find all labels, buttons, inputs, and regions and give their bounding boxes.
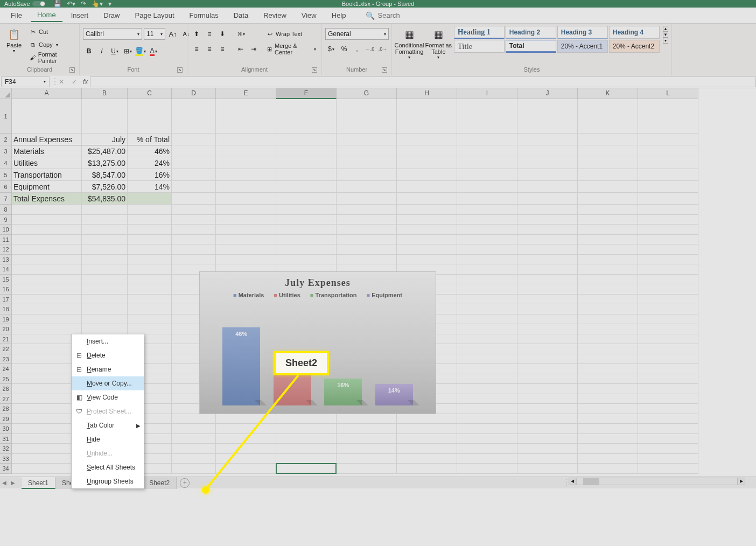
- row-header-8[interactable]: 8: [0, 205, 12, 215]
- cell-empty[interactable]: [128, 275, 172, 285]
- cell-empty[interactable]: [638, 225, 698, 235]
- paste-button[interactable]: 📋 Paste ▾: [3, 26, 25, 54]
- cell-empty[interactable]: [397, 244, 457, 255]
- row-header-30[interactable]: 30: [0, 424, 12, 434]
- cell-empty[interactable]: [517, 255, 578, 265]
- cell-empty[interactable]: [82, 99, 128, 134]
- cell-empty[interactable]: [517, 215, 578, 225]
- cell-c7[interactable]: [128, 193, 172, 205]
- cell-a7[interactable]: Total Expenses: [12, 193, 82, 205]
- cell-empty[interactable]: [276, 444, 337, 454]
- style-heading2[interactable]: Heading 2: [506, 26, 556, 39]
- cell-empty[interactable]: [457, 424, 517, 434]
- cell-empty[interactable]: [82, 255, 128, 265]
- row-header-16[interactable]: 16: [0, 284, 12, 295]
- cell-empty[interactable]: [397, 454, 457, 464]
- row-header-10[interactable]: 10: [0, 225, 12, 235]
- cell-empty[interactable]: [216, 225, 276, 235]
- cell-empty[interactable]: [12, 255, 82, 265]
- cell-empty[interactable]: [276, 215, 337, 225]
- row-header-13[interactable]: 13: [0, 255, 12, 265]
- cell-empty[interactable]: [82, 324, 128, 334]
- cell-empty[interactable]: [517, 434, 578, 444]
- cell-empty[interactable]: [457, 354, 517, 365]
- cell-empty[interactable]: [82, 295, 128, 305]
- cell-empty[interactable]: [276, 169, 337, 181]
- cell-empty[interactable]: [638, 275, 698, 285]
- cell-empty[interactable]: [128, 244, 172, 255]
- styles-scroll-more[interactable]: ▾: [663, 38, 668, 44]
- tab-file[interactable]: File: [4, 9, 29, 22]
- cell-empty[interactable]: [517, 205, 578, 215]
- row-header-33[interactable]: 33: [0, 454, 12, 464]
- cell-empty[interactable]: [276, 157, 337, 169]
- cell-empty[interactable]: [397, 134, 457, 145]
- align-middle-button[interactable]: ≡: [204, 28, 215, 40]
- cell-empty[interactable]: [337, 464, 397, 474]
- sheet-tab-1[interactable]: Sheet1: [22, 477, 55, 489]
- cell-empty[interactable]: [337, 181, 397, 193]
- context-menu-view-code[interactable]: ◧View Code: [72, 390, 144, 404]
- name-box[interactable]: F34▾: [1, 76, 50, 87]
- cell-empty[interactable]: [517, 99, 578, 134]
- tab-page-layout[interactable]: Page Layout: [129, 9, 181, 22]
- align-left-button[interactable]: ≡: [191, 43, 202, 55]
- cell-empty[interactable]: [517, 454, 578, 464]
- cell-empty[interactable]: [172, 157, 216, 169]
- cell-empty[interactable]: [638, 264, 698, 275]
- cell-empty[interactable]: [397, 444, 457, 454]
- cell-empty[interactable]: [397, 225, 457, 235]
- cell-empty[interactable]: [638, 169, 698, 181]
- select-all-button[interactable]: [0, 88, 12, 99]
- cell-empty[interactable]: [457, 284, 517, 295]
- number-launcher[interactable]: ⬊: [382, 67, 387, 73]
- hscroll-left[interactable]: ◀: [569, 478, 576, 485]
- cell-empty[interactable]: [397, 215, 457, 225]
- cell-empty[interactable]: [216, 215, 276, 225]
- cell-empty[interactable]: [457, 434, 517, 444]
- cell-empty[interactable]: [457, 215, 517, 225]
- cell-empty[interactable]: [457, 324, 517, 334]
- col-header-A[interactable]: A: [12, 88, 82, 99]
- cell-empty[interactable]: [276, 193, 337, 205]
- cell-empty[interactable]: [172, 169, 216, 181]
- col-header-I[interactable]: I: [457, 88, 517, 99]
- cell-empty[interactable]: [578, 324, 638, 334]
- cell-a6[interactable]: Equipment: [12, 181, 82, 193]
- styles-scroll-down[interactable]: ▼: [663, 32, 668, 38]
- cell-empty[interactable]: [82, 235, 128, 245]
- tab-view[interactable]: View: [295, 9, 323, 22]
- cell-empty[interactable]: [397, 235, 457, 245]
- cell-empty[interactable]: [517, 264, 578, 275]
- cell-empty[interactable]: [216, 134, 276, 145]
- cell-empty[interactable]: [517, 284, 578, 295]
- context-menu-delete[interactable]: ⊟Delete: [72, 348, 144, 362]
- context-menu-select-all-sheets[interactable]: Select All Sheets: [72, 460, 144, 474]
- cell-empty[interactable]: [172, 193, 216, 205]
- cell-empty[interactable]: [638, 304, 698, 314]
- cell-empty[interactable]: [216, 255, 276, 265]
- percent-button[interactable]: %: [338, 43, 350, 55]
- cell-empty[interactable]: [128, 324, 172, 334]
- cell-empty[interactable]: [578, 304, 638, 314]
- formula-input[interactable]: [90, 76, 756, 87]
- align-right-button[interactable]: ≡: [216, 43, 228, 55]
- cell-empty[interactable]: [517, 157, 578, 169]
- row-header-18[interactable]: 18: [0, 304, 12, 314]
- cell-empty[interactable]: [276, 255, 337, 265]
- cell-empty[interactable]: [172, 225, 216, 235]
- row-header-28[interactable]: 28: [0, 404, 12, 414]
- cell-empty[interactable]: [457, 205, 517, 215]
- style-heading1[interactable]: Heading 1: [454, 26, 505, 39]
- cell-empty[interactable]: [457, 364, 517, 374]
- row-header-14[interactable]: 14: [0, 264, 12, 275]
- cell-empty[interactable]: [82, 284, 128, 295]
- cell-empty[interactable]: [638, 394, 698, 404]
- cell-empty[interactable]: [337, 225, 397, 235]
- cell-c5[interactable]: 16%: [128, 169, 172, 181]
- qat-save-icon[interactable]: 💾: [53, 0, 61, 8]
- cell-empty[interactable]: [517, 304, 578, 314]
- cell-empty[interactable]: [578, 244, 638, 255]
- cell-empty[interactable]: [216, 169, 276, 181]
- cancel-formula-button[interactable]: ✕: [55, 78, 68, 86]
